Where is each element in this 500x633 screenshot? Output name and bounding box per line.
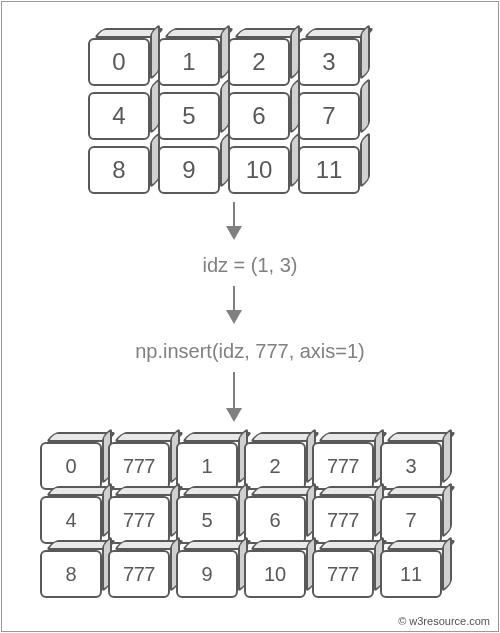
cell-value: 6 [228,92,290,140]
cell-value: 3 [298,38,360,86]
cell: 4 [40,496,102,544]
cell-value: 7 [298,92,360,140]
cell: 2 [244,442,306,490]
cell-value: 9 [158,146,220,194]
cell: 8 [40,550,102,598]
cell: 6 [228,92,290,140]
cell: 5 [176,496,238,544]
insert-caption: np.insert(idz, 777, axis=1) [2,340,498,363]
table-row: 4 777 5 6 777 7 [40,496,448,544]
cell: 1 [176,442,238,490]
cell: 777 [312,550,374,598]
arrow-down-icon [233,286,235,322]
cell-value: 4 [88,92,150,140]
cell: 8 [88,146,150,194]
arrow-down-icon [233,372,235,420]
cell-value: 777 [108,550,170,598]
cell-value: 7 [380,496,442,544]
cell: 0 [40,442,102,490]
cell-value: 5 [158,92,220,140]
cell-value: 777 [312,442,374,490]
cell-value: 8 [40,550,102,598]
output-array-grid: 0 777 1 2 777 3 4 777 5 6 777 7 8 777 9 … [40,442,448,604]
cell-value: 0 [88,38,150,86]
cell: 5 [158,92,220,140]
cell: 10 [244,550,306,598]
cell: 4 [88,92,150,140]
cell: 6 [244,496,306,544]
cell: 3 [380,442,442,490]
input-array-grid: 0 1 2 3 4 5 6 7 8 9 10 11 [88,38,368,200]
cell-value: 2 [244,442,306,490]
arrow-down-icon [233,202,235,238]
cell: 777 [312,496,374,544]
cell-value: 1 [176,442,238,490]
cell-value: 4 [40,496,102,544]
cell-value: 11 [380,550,442,598]
cell-value: 777 [312,550,374,598]
cell-value: 2 [228,38,290,86]
cell: 777 [312,442,374,490]
cell-value: 10 [228,146,290,194]
cell-value: 5 [176,496,238,544]
cell: 777 [108,550,170,598]
table-row: 0 777 1 2 777 3 [40,442,448,490]
diagram-frame: 0 1 2 3 4 5 6 7 8 9 10 11 idz = (1, 3) n… [1,1,499,632]
cell-value: 9 [176,550,238,598]
cell: 777 [108,442,170,490]
cell-value: 1 [158,38,220,86]
cell-value: 3 [380,442,442,490]
cell: 9 [158,146,220,194]
cell: 11 [380,550,442,598]
cell-value: 777 [108,442,170,490]
cell-value: 11 [298,146,360,194]
cell-value: 6 [244,496,306,544]
cell-value: 10 [244,550,306,598]
cell: 9 [176,550,238,598]
cell-value: 777 [312,496,374,544]
cell: 2 [228,38,290,86]
cell: 11 [298,146,360,194]
idz-caption: idz = (1, 3) [2,254,498,277]
table-row: 8 9 10 11 [88,146,368,194]
cell: 1 [158,38,220,86]
cell: 3 [298,38,360,86]
table-row: 8 777 9 10 777 11 [40,550,448,598]
cell-value: 0 [40,442,102,490]
credit-text: © w3resource.com [398,615,490,627]
cell-value: 777 [108,496,170,544]
cell: 10 [228,146,290,194]
cell: 0 [88,38,150,86]
cell: 7 [380,496,442,544]
cell-value: 8 [88,146,150,194]
cell: 7 [298,92,360,140]
cell: 777 [108,496,170,544]
